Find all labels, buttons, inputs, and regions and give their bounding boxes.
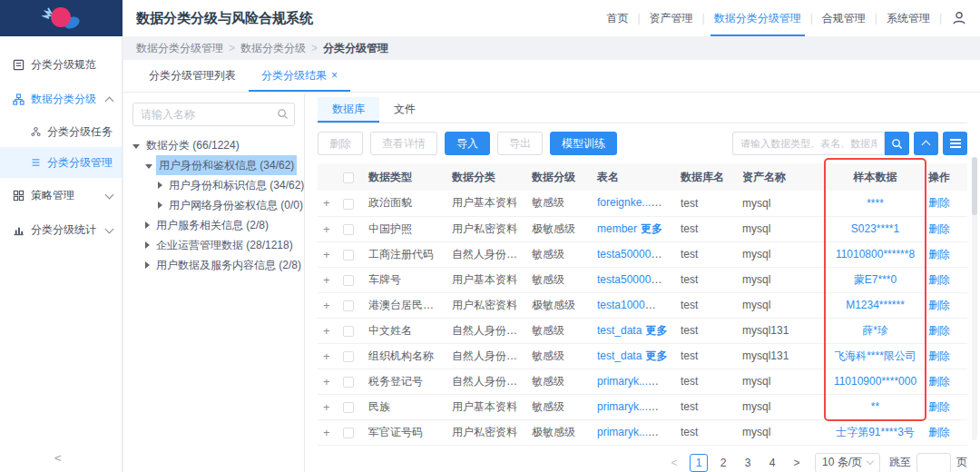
table-name-link[interactable]: testa1000 [597,299,656,311]
view-detail-button[interactable]: 查看详情 [370,132,437,155]
caret-right-icon[interactable] [158,182,162,189]
user-icon[interactable] [951,10,967,26]
row-delete-link[interactable]: 删除 [928,349,950,362]
sample-data-link[interactable]: ** [871,400,879,413]
table-name-link[interactable]: foreignke... [597,196,662,209]
tree-node-selected[interactable]: 用户身份和鉴权信息 (34/62) [132,155,295,175]
table-name-link[interactable]: primaryk... [597,426,659,438]
tab-file[interactable]: 文件 [379,97,430,123]
expand-icon[interactable]: + [323,324,330,338]
row-checkbox[interactable] [343,250,354,261]
page-number-1[interactable]: 1 [690,454,708,472]
row-delete-link[interactable]: 删除 [928,273,950,286]
page-number-3[interactable]: 3 [739,454,757,472]
row-delete-link[interactable]: 删除 [928,299,950,311]
tree-node[interactable]: 企业运营管理数据 (28/1218) [132,235,295,255]
table-search-input[interactable] [732,132,885,155]
jump-page-input[interactable] [916,453,951,472]
expand-icon[interactable]: + [323,299,330,312]
row-checkbox[interactable] [343,402,354,413]
row-delete-link[interactable]: 删除 [928,222,950,235]
row-checkbox[interactable] [343,300,354,311]
tree-search-input[interactable] [132,103,295,126]
collapse-filter-button[interactable] [914,132,938,155]
tree-node-label[interactable]: 用户网络身份鉴权信息 (0/0) [166,195,305,215]
tree-node-label[interactable]: 用户身份和鉴权信息 (34/62) [156,155,297,175]
tab-management-list[interactable]: 分类分级管理列表 [136,60,249,92]
caret-right-icon[interactable] [158,202,162,209]
more-link[interactable]: 更多 [645,324,667,337]
tree-node-label[interactable]: 用户服务相关信息 (2/8) [153,215,271,235]
column-settings-button[interactable] [943,132,967,155]
sample-data-link[interactable]: 11010800******8 [836,248,915,261]
select-all-checkbox[interactable] [343,172,354,183]
row-checkbox[interactable] [343,428,354,438]
page-size-select[interactable]: 10 条/页 [815,453,880,472]
row-checkbox[interactable] [343,199,354,210]
sidebar-item-strategy[interactable]: 策略管理 [0,178,122,212]
expand-icon[interactable]: + [323,426,330,439]
tree-node[interactable]: 数据分类 (66/1224) [132,135,295,155]
table-name-link[interactable]: primaryk... [597,375,659,388]
more-link[interactable]: 更多 [645,349,667,362]
import-button[interactable]: 导入 [445,132,490,155]
row-checkbox[interactable] [343,275,354,286]
sample-data-link[interactable]: 蒙E7***0 [854,273,897,286]
table-name-link[interactable]: test_data [597,349,642,362]
table-name-link[interactable]: primaryk... [597,400,659,413]
row-delete-link[interactable]: 删除 [928,196,950,209]
tab-database[interactable]: 数据库 [318,97,379,123]
tree-node[interactable]: 用户身份和标识信息 (34/62) [132,175,295,195]
expand-icon[interactable]: + [323,196,330,210]
table-name-link[interactable]: testa50000 [597,273,662,286]
caret-right-icon[interactable] [145,241,150,249]
breadcrumb-item[interactable]: 数据分类分级 [240,42,306,54]
delete-button[interactable]: 删除 [318,132,363,155]
row-checkbox[interactable] [343,224,354,235]
sample-data-link[interactable]: 薛*珍 [862,324,888,337]
nav-home[interactable]: 首页 [599,0,635,36]
expand-icon[interactable]: + [323,273,330,287]
sample-data-link[interactable]: M1234****** [846,299,905,311]
caret-down-icon[interactable] [132,144,140,149]
row-delete-link[interactable]: 删除 [928,426,950,438]
caret-right-icon[interactable] [145,261,150,269]
sidebar-item-task[interactable]: 分类分级任务 [0,116,122,147]
search-button[interactable] [885,132,909,155]
tree-node[interactable]: 用户数据及服务内容信息 (2/8) [132,255,295,275]
table-name-link[interactable]: member [597,222,637,235]
sample-data-link[interactable]: 飞海科****限公司 [834,349,916,362]
row-delete-link[interactable]: 删除 [928,324,950,337]
tree-node[interactable]: 用户网络身份鉴权信息 (0/0) [132,195,295,215]
expand-icon[interactable]: + [323,400,330,414]
close-icon[interactable]: × [331,69,338,82]
tree-node-label[interactable]: 用户身份和标识信息 (34/62) [166,175,305,195]
expand-icon[interactable]: + [323,375,330,388]
more-link[interactable]: 更多 [641,222,662,235]
nav-system[interactable]: 系统管理 [879,0,937,36]
sample-data-link[interactable]: 11010900****000 [834,375,916,388]
caret-down-icon[interactable] [145,164,152,169]
row-checkbox[interactable] [343,351,354,362]
tab-classification-result[interactable]: 分类分级结果× [249,60,350,92]
table-name-link[interactable]: testa50000 [597,248,662,261]
nav-asset-management[interactable]: 资产管理 [642,0,701,36]
sidebar-item-data-classification[interactable]: 数据分类分级 [0,82,122,116]
row-checkbox[interactable] [343,377,354,388]
table-name-link[interactable]: test_data [597,324,642,337]
export-button[interactable]: 导出 [497,132,543,155]
scrollbar-thumb[interactable] [972,157,977,215]
model-train-button[interactable]: 模型训练 [550,132,617,155]
sample-data-link[interactable]: 士字第91****3号 [836,426,915,438]
page-number-2[interactable]: 2 [714,454,732,472]
row-delete-link[interactable]: 删除 [928,400,950,413]
sidebar-collapse-button[interactable]: < [54,451,62,465]
row-delete-link[interactable]: 删除 [928,375,950,388]
sample-data-link[interactable]: **** [867,197,884,210]
tree-node[interactable]: 用户服务相关信息 (2/8) [132,215,295,235]
scrollbar-track[interactable] [972,157,977,440]
page-number-4[interactable]: 4 [763,454,781,472]
expand-icon[interactable]: + [323,349,330,363]
tree-node-label[interactable]: 数据分类 (66/1224) [143,135,242,155]
sample-data-link[interactable]: S023****1 [851,222,899,235]
